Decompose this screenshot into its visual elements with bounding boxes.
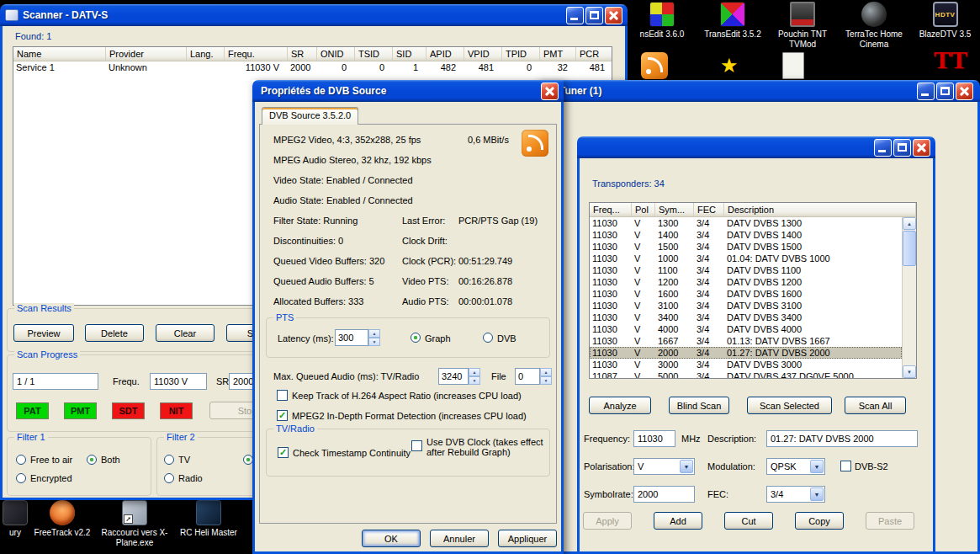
dialog-titlebar[interactable]: Propriétés de DVB Source [252, 80, 564, 102]
polarisation-select[interactable]: V ▼ [633, 458, 695, 475]
column-header[interactable]: TSID [355, 47, 393, 61]
scroll-up-button[interactable]: ▲ [903, 217, 916, 230]
column-header[interactable]: VPID [464, 47, 502, 61]
dvb-source-desktop-icon[interactable] [641, 52, 668, 79]
ok-button[interactable]: OK [362, 530, 421, 547]
clear-button[interactable]: Clear [156, 324, 215, 342]
column-header[interactable]: SR [288, 47, 317, 61]
scanner-minimize-button[interactable] [566, 7, 584, 24]
scrollbar-thumb[interactable] [903, 231, 916, 266]
spin-down-button[interactable]: ▼ [540, 376, 552, 385]
desktop-icon-transedit-360[interactable]: nsEdit 3.6.0 [627, 2, 697, 40]
transponder-row[interactable]: 11030 V 3100 3/4 DATV DVBS 3100 [590, 300, 902, 312]
transponder-row[interactable]: 11030 V 4000 3/4 DATV DVBS 4000 [590, 323, 902, 335]
column-header[interactable]: Freq... [590, 203, 632, 216]
column-header[interactable]: Pol [632, 203, 655, 216]
tuner-child-titlebar[interactable] [577, 136, 935, 158]
document-desktop-icon[interactable] [782, 52, 804, 79]
desktop-icon-freetrack[interactable]: FreeTrack v2.2 [32, 500, 93, 538]
dropdown-button[interactable]: ▼ [810, 487, 824, 501]
dvb-source-tab[interactable]: DVB Source 3.5.2.0 [262, 107, 358, 125]
column-header[interactable]: Frequ. [225, 47, 288, 61]
radio-radio[interactable] [164, 473, 174, 483]
transponder-row[interactable]: 11030 V 3400 3/4 DATV DVBS 3400 [590, 312, 902, 323]
cancel-button[interactable]: Annuler [430, 530, 489, 547]
h264-aspect-checkbox[interactable] [277, 390, 288, 401]
fec-select[interactable]: 3/4 ▼ [766, 486, 825, 503]
progress-field[interactable]: 1 / 1 [13, 373, 98, 390]
desktop-icon-rc-heli-master[interactable]: RC Heli Master [175, 500, 242, 538]
service-row[interactable]: Service 1Unknown11030 V20000014824810324… [13, 61, 612, 75]
free-to-air-radio[interactable] [16, 455, 26, 465]
child-restore-button[interactable] [893, 139, 911, 157]
scanner-close-button[interactable] [605, 7, 622, 24]
transponder-row[interactable]: 11030 V 1600 3/4 DATV DVBS 1600 [590, 288, 902, 300]
transponder-row[interactable]: 11030 V 1000 3/4 01.04: DATV DVBS 1000 [590, 253, 902, 264]
both-radio[interactable] [87, 455, 97, 465]
dropdown-button[interactable]: ▼ [810, 460, 824, 473]
encrypted-radio[interactable] [16, 473, 26, 483]
preview-button[interactable]: Preview [13, 324, 74, 342]
analyze-button[interactable]: Analyze [589, 397, 651, 414]
desktop-icon-transedit-352[interactable]: TransEdit 3.5.2 [697, 2, 768, 40]
desktop-icon-blazedtv[interactable]: HDTV BlazeDTV 3.5 [910, 2, 980, 40]
apply-button[interactable]: Appliquer [498, 530, 557, 547]
column-header[interactable]: ONID [317, 47, 355, 61]
frequ-field[interactable]: 11030 V [150, 373, 207, 390]
spin-down-button[interactable]: ▼ [368, 338, 380, 346]
scan-selected-button[interactable]: Scan Selected [747, 397, 832, 414]
add-button[interactable]: Add [654, 512, 702, 530]
transponder-row[interactable]: 11030 V 2000 3/4 01.27: DATV DVBS 2000 [590, 347, 902, 359]
latency-input[interactable]: 300 [335, 329, 368, 346]
tuner-titlebar[interactable]: Tuner (1) [537, 80, 980, 102]
use-dvb-clock-checkbox[interactable] [411, 440, 422, 451]
column-header[interactable]: Sym... [655, 203, 694, 216]
apply-button[interactable]: Apply [583, 512, 632, 530]
paste-button[interactable]: Paste [866, 512, 914, 530]
table-scrollbar[interactable]: ▲ ▼ [902, 217, 916, 378]
transponder-row[interactable]: 11030 V 1200 3/4 DATV DVBS 1200 [590, 276, 902, 288]
terratec-tt-logo-icon[interactable]: TT [934, 47, 967, 72]
spin-down-button[interactable]: ▼ [469, 376, 480, 385]
child-minimize-button[interactable] [874, 139, 892, 157]
max-audio-file-input[interactable]: 0 [515, 368, 540, 385]
blind-scan-button[interactable]: Blind Scan [669, 397, 729, 414]
column-header[interactable]: Description [724, 203, 916, 216]
column-header[interactable]: SID [393, 47, 426, 61]
mpeg2-indepth-checkbox[interactable]: ✓ [277, 410, 288, 421]
description-input[interactable]: 01.27: DATV DVBS 2000 [766, 430, 918, 447]
tuner-minimize-button[interactable] [917, 83, 935, 100]
scan-all-button[interactable]: Scan All [845, 397, 906, 414]
desktop-icon-mercury[interactable]: ury [0, 500, 35, 538]
tv-radio[interactable] [164, 455, 174, 465]
spin-up-button[interactable]: ▲ [469, 368, 480, 376]
max-audio-tv-input[interactable]: 3240 [438, 368, 469, 385]
symbolrate-input[interactable]: 2000 [633, 486, 695, 503]
graph-radio[interactable] [411, 333, 421, 343]
transponder-row[interactable]: 11030 V 1500 3/4 DATV DVBS 1500 [590, 241, 902, 253]
column-header[interactable]: FEC [694, 203, 724, 216]
copy-button[interactable]: Copy [795, 512, 844, 530]
cut-button[interactable]: Cut [724, 512, 773, 530]
transponder-row[interactable]: 11087 V 5000 3/4 DATV DVBS 437 DG0VE 500… [590, 370, 902, 378]
spin-up-button[interactable]: ▲ [368, 329, 380, 338]
dropdown-button[interactable]: ▼ [680, 460, 693, 473]
column-header[interactable]: Provider [106, 47, 187, 61]
scroll-down-button[interactable]: ▼ [903, 365, 916, 378]
frequency-input[interactable]: 11030 [633, 430, 675, 447]
column-header[interactable]: Name [13, 47, 106, 61]
child-close-button[interactable] [913, 139, 930, 157]
timestamp-continuity-checkbox[interactable]: ✓ [278, 447, 289, 458]
column-header[interactable]: TPID [502, 47, 540, 61]
star-icon[interactable]: ★ [720, 56, 739, 76]
column-header[interactable]: PCR [576, 47, 612, 61]
column-header[interactable]: APID [426, 47, 464, 61]
column-header[interactable]: Lang. [187, 47, 225, 61]
modulation-select[interactable]: QPSK ▼ [766, 458, 825, 475]
spin-up-button[interactable]: ▲ [540, 368, 552, 376]
transponder-row[interactable]: 11030 V 1300 3/4 DATV DVBS 1300 [590, 217, 902, 229]
scanner-maximize-button[interactable] [585, 7, 603, 24]
desktop-icon-xplane-shortcut[interactable]: ➚ Raccourci vers X-Plane.exe [98, 500, 172, 548]
transponder-row[interactable]: 11030 V 1667 3/4 01.13: DATV DVBS 1667 [590, 335, 902, 347]
scanner-titlebar[interactable]: Scanner - DATV-S [0, 4, 628, 26]
